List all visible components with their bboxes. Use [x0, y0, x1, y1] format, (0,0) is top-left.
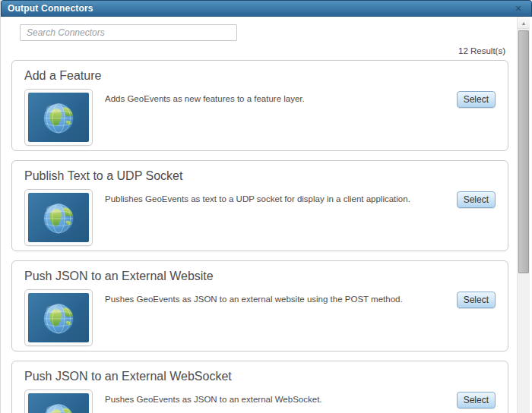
- dialog-titlebar: Output Connectors ✕: [1, 0, 532, 17]
- scrollbar[interactable]: ▲: [517, 17, 530, 413]
- globe-icon: [40, 199, 78, 237]
- connector-card-push-json-website: Push JSON to an External Website Pushes …: [11, 260, 508, 352]
- connector-thumbnail: [24, 389, 93, 413]
- globe-icon: [40, 299, 78, 337]
- connector-card-push-json-websocket: Push JSON to an External WebSocket Pushe…: [11, 361, 508, 413]
- connector-title: Publish Text to a UDP Socket: [24, 169, 496, 183]
- connector-title: Push JSON to an External WebSocket: [24, 370, 496, 383]
- select-button[interactable]: Select: [457, 292, 496, 308]
- globe-icon: [40, 399, 78, 413]
- select-button[interactable]: Select: [457, 392, 496, 408]
- scroll-up-arrow-icon[interactable]: ▲: [518, 17, 530, 29]
- connector-card-add-a-feature: Add a Feature Adds GeoEvents as new feat…: [11, 60, 508, 151]
- connector-card-publish-text-udp: Publish Text to a UDP Socket Publishes G…: [11, 160, 508, 251]
- connector-thumbnail: [24, 89, 93, 146]
- dialog-body: 12 Result(s) Add a Feature Adds GeoEvent…: [1, 17, 532, 413]
- close-icon[interactable]: ✕: [513, 3, 524, 14]
- select-button[interactable]: Select: [457, 191, 496, 208]
- dialog-title: Output Connectors: [2, 3, 93, 14]
- select-button[interactable]: Select: [457, 91, 496, 108]
- globe-icon: [40, 99, 78, 137]
- connector-title: Add a Feature: [24, 69, 496, 83]
- scrollbar-thumb[interactable]: [518, 30, 529, 273]
- results-count: 12 Result(s): [11, 46, 508, 55]
- connector-thumbnail: [24, 289, 93, 346]
- output-connectors-dialog: Output Connectors ✕ 12 Result(s) Add a F…: [0, 0, 532, 413]
- connector-description: Pushes GeoEvents as JSON to an external …: [105, 289, 457, 306]
- connector-title: Push JSON to an External Website: [24, 270, 496, 283]
- connector-thumbnail: [24, 189, 93, 246]
- connector-description: Adds GeoEvents as new features to a feat…: [105, 89, 457, 106]
- connector-description: Publishes GeoEvents as text to a UDP soc…: [105, 189, 457, 206]
- search-input[interactable]: [20, 24, 237, 41]
- connector-description: Pushes GeoEvents as JSON to an external …: [105, 389, 457, 406]
- connector-list: Add a Feature Adds GeoEvents as new feat…: [11, 60, 508, 413]
